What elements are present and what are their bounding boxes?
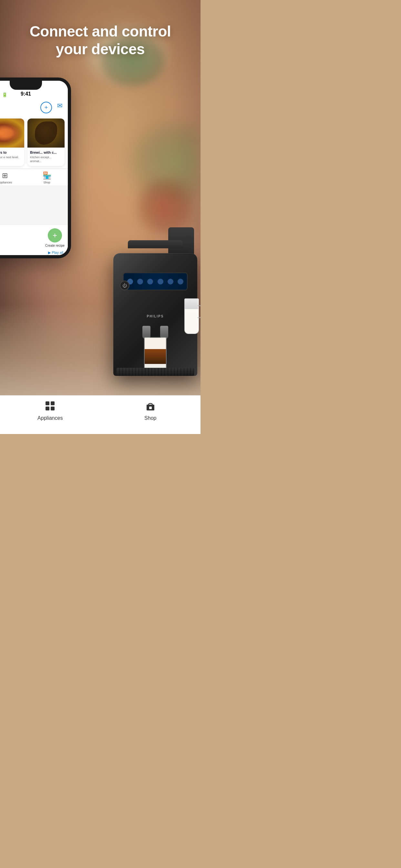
status-icons: ▼ ▲ 🔋: [0, 92, 7, 97]
create-recipe-circle: +: [48, 228, 62, 243]
phone-nav-shop[interactable]: 🏪 Shop: [26, 172, 68, 184]
screen-icon-6: [178, 279, 183, 284]
headline-line1: Connect and control: [30, 23, 171, 40]
status-time: 9:41: [21, 91, 31, 97]
appliances-nav-main-label: Appliances: [37, 415, 63, 421]
recipe-card-1-text: el ways to o take our e next level.: [0, 148, 24, 162]
recipe-cards: el ways to o take our e next level. Brew…: [0, 116, 68, 168]
cup-coffee: [145, 349, 166, 365]
recipe-card-1-title: el ways to: [0, 150, 22, 155]
phone-notch: [10, 81, 42, 90]
appliances-nav-label: Appliances: [0, 181, 12, 184]
svg-rect-3: [51, 407, 55, 410]
play-all-row: ▶ Play all: [0, 249, 65, 256]
create-recipe-button[interactable]: + Create recipe: [45, 228, 65, 247]
svg-rect-5: [149, 407, 152, 409]
recipe-card-2[interactable]: Brewi... with c... Kitchen except... aro…: [27, 119, 65, 166]
screen-icon-2: [137, 279, 143, 284]
battery-icon: 🔋: [2, 92, 7, 97]
bottom-buttons: + Create recipe: [0, 228, 65, 247]
signal-icon: ▲: [0, 92, 1, 97]
coffee-machine: ⏻ PHILIPS: [100, 227, 201, 395]
recipe-card-1-image: [0, 119, 24, 148]
nav-item-appliances[interactable]: Appliances: [0, 401, 100, 421]
shop-nav-icon: 🏪: [42, 172, 51, 180]
appliances-nav-icon: ⊞: [2, 172, 8, 180]
recipe-card-2-image: [27, 119, 65, 148]
headline-line2: your devices: [56, 41, 145, 58]
nav-item-shop[interactable]: Shop: [100, 401, 201, 421]
machine-lid: [128, 240, 183, 248]
screen-display: [124, 273, 187, 290]
phone-content: el ways to o take our e next level. Brew…: [0, 116, 68, 258]
recipe-card-2-title: Brewi... with c...: [30, 150, 62, 155]
drip-tray-grid: [117, 368, 194, 376]
phone-nav: ⊞ Appliances 🏪 Shop: [0, 168, 68, 185]
power-button[interactable]: ⏻: [120, 281, 129, 290]
appliances-icon: [45, 401, 55, 413]
mail-icon[interactable]: ✉: [57, 102, 63, 113]
milk-container: [184, 299, 201, 340]
svg-rect-0: [45, 401, 50, 405]
hero-headline: Connect and control your devices: [10, 0, 190, 58]
drip-tray: [117, 368, 194, 376]
shop-nav-label: Shop: [43, 181, 50, 184]
recipe-card-1[interactable]: el ways to o take our e next level.: [0, 119, 24, 166]
recipe-card-2-text: Brewi... with c... Kitchen except... aro…: [27, 148, 65, 166]
main-bottom-nav: Appliances Shop: [0, 395, 201, 434]
jug-milk-fill: [185, 309, 198, 334]
machine-screen: [123, 273, 188, 290]
svg-rect-1: [51, 401, 55, 405]
jug-body: [184, 299, 199, 334]
cup-glass: [144, 337, 166, 373]
shop-nav-main-label: Shop: [144, 415, 156, 421]
phone-bottom-section: + Create recipe ▶ Play all: [0, 225, 68, 258]
recipe-card-1-desc: o take our e next level.: [0, 156, 22, 159]
play-all-link[interactable]: ▶ Play all: [48, 251, 63, 255]
screen-icon-3: [147, 279, 153, 284]
cup-latte-foam: [145, 338, 166, 349]
screen-icon-4: [158, 279, 163, 284]
phone-nav-appliances[interactable]: ⊞ Appliances: [0, 172, 26, 184]
create-recipe-label: Create recipe: [45, 244, 65, 247]
jug-handle: [197, 305, 201, 318]
phone-header: + ✉: [0, 100, 68, 116]
recipe-card-2-desc: Kitchen except... aromat...: [30, 156, 62, 163]
shop-icon: [145, 401, 156, 413]
add-button[interactable]: +: [40, 102, 52, 113]
phone-mockup: ▼ ▲ 🔋 9:41 + ✉ el ways to o take: [0, 78, 78, 265]
machine-body: ⏻ PHILIPS: [107, 227, 201, 376]
plus-icon: +: [44, 104, 48, 111]
brand-label: PHILIPS: [147, 314, 164, 318]
phone-frame: ▼ ▲ 🔋 9:41 + ✉ el ways to o take: [0, 78, 71, 258]
svg-rect-2: [45, 407, 50, 410]
screen-icon-5: [167, 279, 174, 284]
